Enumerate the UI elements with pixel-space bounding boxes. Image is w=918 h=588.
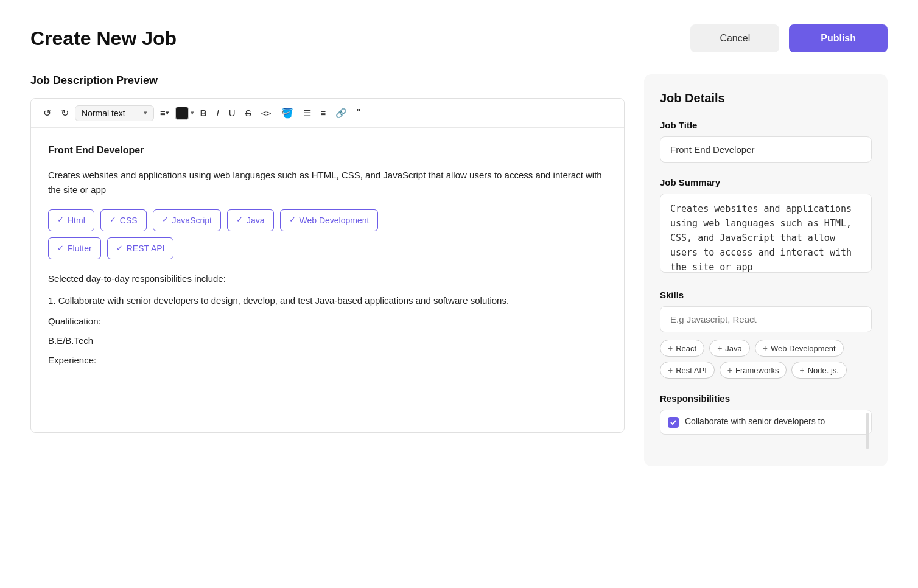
italic-button[interactable]: I xyxy=(213,105,223,121)
skills-chips-row: ✓ Html ✓ CSS ✓ JavaScript ✓ xyxy=(48,209,607,231)
code-icon: <> xyxy=(261,108,272,118)
responsibility-list-item: Collaborate with senior developers to xyxy=(660,410,872,435)
skill-tag-nodejs[interactable]: + Node. js. xyxy=(791,362,847,379)
eraser-icon: 🪣 xyxy=(281,107,293,119)
skill-tag-restapi[interactable]: + Rest API xyxy=(660,362,715,379)
skill-chip-javascript: ✓ JavaScript xyxy=(153,209,221,231)
skill-tag-label-webdev: Web Development xyxy=(771,344,836,353)
strikethrough-icon: S xyxy=(245,108,251,118)
job-title-field: Job Title xyxy=(660,120,872,163)
plus-icon-java: + xyxy=(717,343,722,353)
skill-label-java: Java xyxy=(247,214,265,227)
content-job-title: Front End Developer xyxy=(48,142,607,158)
check-icon-html: ✓ xyxy=(57,214,64,226)
skills-chips-row-2: ✓ Flutter ✓ REST API xyxy=(48,237,607,259)
job-summary-textarea[interactable]: Creates websites and applications using … xyxy=(660,194,872,273)
bullet-list-button[interactable]: ☰ xyxy=(300,105,315,121)
undo-button[interactable]: ↺ xyxy=(40,105,55,121)
skill-label-webdev: Web Development xyxy=(300,214,370,227)
skills-input[interactable] xyxy=(660,306,872,332)
text-style-chevron-icon: ▾ xyxy=(144,109,147,117)
skill-tag-label-java: Java xyxy=(725,344,741,353)
plus-icon-frameworks: + xyxy=(727,365,732,375)
quote-icon: " xyxy=(357,108,360,119)
underline-icon: U xyxy=(229,108,236,118)
content-summary: Creates websites and applications using … xyxy=(48,168,607,197)
skill-tag-label-nodejs: Node. js. xyxy=(808,366,839,375)
cancel-button[interactable]: Cancel xyxy=(690,24,779,52)
experience-label: Experience: xyxy=(48,353,607,368)
italic-icon: I xyxy=(217,108,219,118)
job-title-input[interactable] xyxy=(660,136,872,163)
skills-field: Skills + React + Java + Web Development xyxy=(660,290,872,379)
skill-label-flutter: Flutter xyxy=(68,242,92,255)
responsibility-text: Collaborate with senior developers to xyxy=(685,416,825,426)
qualification-label: Qualification: xyxy=(48,314,607,329)
code-button[interactable]: <> xyxy=(258,106,275,121)
color-swatch xyxy=(175,107,189,120)
skill-tag-java[interactable]: + Java xyxy=(709,340,750,357)
bold-button[interactable]: B xyxy=(197,105,211,121)
skill-chip-flutter: ✓ Flutter xyxy=(48,237,101,259)
skill-label-css: CSS xyxy=(120,214,138,227)
skill-tag-label-react: React xyxy=(676,344,696,353)
redo-icon: ↻ xyxy=(61,107,69,119)
align-chevron-icon: ▾ xyxy=(166,109,169,117)
skill-label-javascript: JavaScript xyxy=(172,214,212,227)
plus-icon-nodejs: + xyxy=(799,365,804,375)
skill-chip-restapi: ✓ REST API xyxy=(107,237,174,259)
skill-chip-webdev: ✓ Web Development xyxy=(280,209,379,231)
editor-section-title: Job Description Preview xyxy=(30,74,625,87)
editor-area: Job Description Preview ↺ ↻ Normal text … xyxy=(30,74,625,433)
bold-icon: B xyxy=(200,108,207,118)
skill-tag-label-restapi: Rest API xyxy=(676,366,707,375)
responsibility-item-1: 1. Collaborate with senior developers to… xyxy=(48,293,607,308)
link-icon: 🔗 xyxy=(335,108,347,119)
check-icon-restapi: ✓ xyxy=(116,242,123,255)
main-layout: Job Description Preview ↺ ↻ Normal text … xyxy=(30,74,888,466)
responsibilities-field: Responsibilities Collaborate with senior… xyxy=(660,393,872,435)
underline-button[interactable]: U xyxy=(225,105,239,121)
check-icon-java: ✓ xyxy=(236,214,243,226)
editor-toolbar: ↺ ↻ Normal text ▾ ≡ ▾ ▾ xyxy=(31,99,624,128)
align-icon: ≡ xyxy=(160,108,166,118)
responsibility-checkbox[interactable] xyxy=(668,417,679,428)
skill-label-html: Html xyxy=(68,214,85,227)
skill-chip-css: ✓ CSS xyxy=(100,209,147,231)
skill-chip-html: ✓ Html xyxy=(48,209,94,231)
editor-content[interactable]: Front End Developer Creates websites and… xyxy=(31,128,624,432)
job-summary-field: Job Summary Creates websites and applica… xyxy=(660,177,872,275)
skill-chip-java: ✓ Java xyxy=(227,209,274,231)
page-title: Create New Job xyxy=(30,27,177,50)
color-picker[interactable]: ▾ xyxy=(175,107,194,120)
skill-tag-frameworks[interactable]: + Frameworks xyxy=(720,362,787,379)
check-icon-javascript: ✓ xyxy=(162,214,169,226)
job-title-label: Job Title xyxy=(660,120,872,130)
align-button[interactable]: ≡ ▾ xyxy=(156,105,173,121)
plus-icon-restapi: + xyxy=(668,365,673,375)
check-icon-css: ✓ xyxy=(110,214,116,226)
text-style-dropdown[interactable]: Normal text ▾ xyxy=(75,105,154,121)
sidebar-title: Job Details xyxy=(660,91,872,105)
responsibilities-label: Responsibilities xyxy=(660,393,872,404)
quote-button[interactable]: " xyxy=(353,105,364,121)
eraser-button[interactable]: 🪣 xyxy=(278,105,297,121)
page-header: Create New Job Cancel Publish xyxy=(30,24,888,52)
job-summary-label: Job Summary xyxy=(660,177,872,187)
strikethrough-button[interactable]: S xyxy=(242,105,255,121)
numbered-list-button[interactable]: ≡ xyxy=(317,105,330,121)
bullet-list-icon: ☰ xyxy=(303,108,311,119)
check-icon-webdev: ✓ xyxy=(289,214,296,226)
job-details-sidebar: Job Details Job Title Job Summary Create… xyxy=(644,74,888,466)
numbered-list-icon: ≡ xyxy=(321,108,326,118)
plus-icon-react: + xyxy=(668,343,673,353)
plus-icon-webdev: + xyxy=(763,343,768,353)
skill-tag-react[interactable]: + React xyxy=(660,340,704,357)
undo-icon: ↺ xyxy=(43,107,51,119)
scrollbar[interactable] xyxy=(866,413,869,449)
redo-button[interactable]: ↻ xyxy=(57,105,72,121)
skills-label: Skills xyxy=(660,290,872,300)
link-button[interactable]: 🔗 xyxy=(332,105,351,121)
publish-button[interactable]: Publish xyxy=(789,24,888,52)
skill-tag-webdev[interactable]: + Web Development xyxy=(755,340,844,357)
